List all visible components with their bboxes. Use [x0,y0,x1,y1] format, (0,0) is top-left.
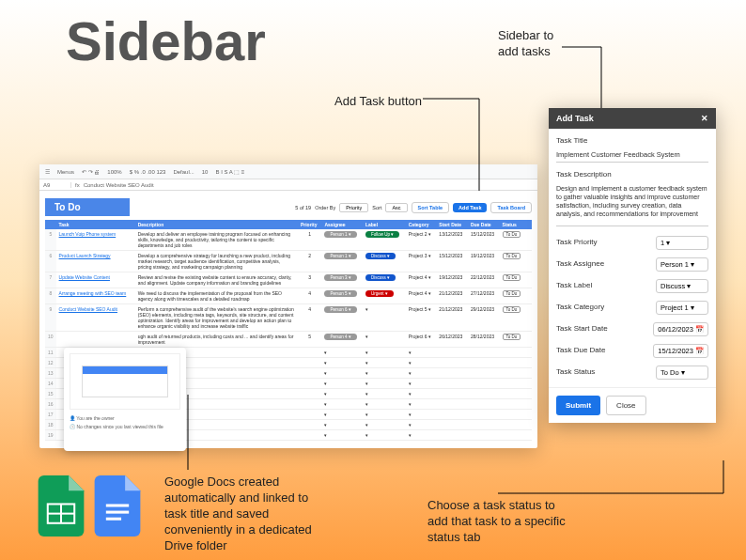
toolbar[interactable]: ☰ Menus ↶ ↷ 🖨 100% $ % .0 .00 123 Defaul… [39,164,537,179]
task-link[interactable]: Product Launch Strategy [59,253,111,258]
col-header: Category [406,220,437,229]
menus-label[interactable]: Menus [55,169,76,175]
table-row[interactable]: 6 Product Launch Strategy Develop a comp… [45,251,532,272]
assignee-label: Task Assignee [556,259,604,268]
table-row[interactable]: 9 Conduct Website SEO Audit Perform a co… [45,304,532,332]
col-header: Description [135,220,298,229]
orderby-label: Order By [315,205,335,210]
table-row[interactable]: 10 ugh audit of returned products, inclu… [45,332,532,348]
doc-preview-card[interactable]: 👤 You are the owner 🕓 No changes since y… [64,348,186,451]
category-select[interactable]: Project 1 ▾ [656,301,708,315]
desc-label: Task Description [556,170,708,179]
svg-rect-5 [106,518,121,521]
col-header: Status [500,220,526,229]
annotation-sidebar: Sidebar to add tasks [498,28,553,60]
task-link[interactable]: Update Website Content [59,274,110,280]
preview-changes: 🕓 No changes since you last viewed this … [70,424,180,429]
priority-label: Task Priority [556,238,598,246]
col-header: Start Date [436,220,468,229]
zoom[interactable]: 100% [105,169,123,175]
table-row[interactable]: 8 Arrange meeting with SEO team We need … [45,288,532,304]
task-link[interactable]: Launch Voip Phone system [59,231,117,237]
status-title: To Do [45,198,130,216]
doc-thumbnail [70,353,180,410]
col-header: Label [363,220,406,229]
sheets-icon [38,475,85,537]
priority-select[interactable]: 1 ▾ [656,236,708,250]
start-label: Task Start Date [556,324,608,333]
task-title-input[interactable] [556,148,708,163]
svg-rect-4 [106,511,129,514]
formula-bar[interactable]: A9 fx Conduct Website SEO Audit [39,179,537,191]
table-row[interactable]: 5 Launch Voip Phone system Develop and d… [45,229,532,251]
task-board-button[interactable]: Task Board [490,202,532,213]
col-header: Due Date [468,220,500,229]
annotation-addtask: Add Task button [334,94,422,110]
font-size[interactable]: 10 [200,169,210,175]
add-task-sidebar: Add Task ✕ Task Title Task Description D… [549,108,716,423]
submit-button[interactable]: Submit [556,396,600,415]
orderby-select[interactable]: Priority [339,203,368,212]
task-link[interactable]: Arrange meeting with SEO team [59,290,127,296]
task-desc-input[interactable]: Design and implement a customer feedback… [556,181,708,226]
menus-icon[interactable]: ☰ [43,168,52,175]
counter: 5 of 19 [295,205,311,210]
hero-title: Sidebar [66,9,266,72]
status-select[interactable]: To Do ▾ [656,366,708,380]
sheet-header-row: To Do 5 of 19 Order By Priority Sort Asc… [45,198,532,216]
annotation-docs: Google Docs created automatically and li… [164,474,324,553]
col-header: Priority [298,220,321,229]
col-header: Assignee [321,220,363,229]
sort-select[interactable]: Asc [385,203,407,212]
assignee-select[interactable]: Person 1 ▾ [656,257,708,272]
close-icon[interactable]: ✕ [701,114,708,123]
svg-rect-3 [106,504,129,506]
due-date-input[interactable]: 15/12/2023 📅 [653,344,708,358]
label-label: Task Label [556,281,592,289]
sort-label: Sort [372,205,381,210]
annotation-status: Choose a task status to add that task to… [427,498,568,546]
start-date-input[interactable]: 06/12/2023 📅 [653,322,708,336]
docs-icon [94,475,141,537]
close-button[interactable]: Close [606,396,645,415]
col-header: Task [56,220,135,229]
formula-content: Conduct Website SEO Audit [84,182,154,188]
category-label: Task Category [556,303,604,311]
preview-owner: 👤 You are the owner [70,415,180,421]
status-label: Task Status [556,367,595,376]
sort-table-button[interactable]: Sort Table [412,202,450,213]
title-label: Task Title [556,136,708,145]
task-link[interactable]: Conduct Website SEO Audit [59,306,117,312]
cell-ref: A9 [43,182,71,188]
add-task-button[interactable]: Add Task [453,203,487,212]
col-header [525,220,532,229]
sidebar-title: Add Task [556,114,594,123]
label-select[interactable]: Discuss ▾ [656,279,708,293]
table-row[interactable]: 7 Update Website Content Review and revi… [45,272,532,288]
font[interactable]: Defaul... [171,169,195,175]
col-header [45,220,56,229]
due-label: Task Due Date [556,346,605,354]
